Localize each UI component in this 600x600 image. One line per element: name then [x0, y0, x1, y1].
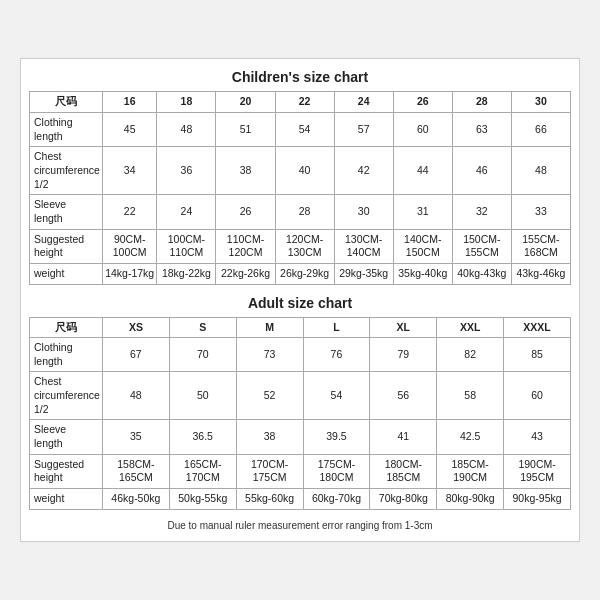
table-cell: 57 — [334, 113, 393, 147]
table-cell: 43 — [504, 420, 571, 454]
table-cell: 76 — [303, 338, 370, 372]
column-header: M — [236, 317, 303, 338]
children-size-table: 尺码1618202224262830 Clothing length454851… — [29, 91, 571, 284]
table-cell: 73 — [236, 338, 303, 372]
table-cell: 41 — [370, 420, 437, 454]
table-cell: 50 — [169, 372, 236, 420]
table-cell: 60 — [504, 372, 571, 420]
row-label: Chest circumference 1/2 — [30, 147, 103, 195]
size-chart-container: Children's size chart 尺码1618202224262830… — [20, 58, 580, 541]
table-cell: 63 — [452, 113, 511, 147]
table-row: weight46kg-50kg50kg-55kg55kg-60kg60kg-70… — [30, 488, 571, 509]
table-cell: 80kg-90kg — [437, 488, 504, 509]
table-cell: 140CM-150CM — [393, 229, 452, 263]
table-cell: 38 — [236, 420, 303, 454]
table-cell: 22 — [102, 195, 156, 229]
table-cell: 55kg-60kg — [236, 488, 303, 509]
table-cell: 79 — [370, 338, 437, 372]
table-cell: 28 — [275, 195, 334, 229]
row-label: Clothing length — [30, 338, 103, 372]
table-cell: 36 — [157, 147, 216, 195]
table-cell: 14kg-17kg — [102, 263, 156, 284]
table-cell: 24 — [157, 195, 216, 229]
table-cell: 46 — [452, 147, 511, 195]
table-cell: 67 — [102, 338, 169, 372]
table-cell: 48 — [157, 113, 216, 147]
column-header: 尺码 — [30, 317, 103, 338]
column-header: 18 — [157, 92, 216, 113]
table-cell: 26 — [216, 195, 275, 229]
table-cell: 48 — [511, 147, 570, 195]
table-row: Clothing length67707376798285 — [30, 338, 571, 372]
table-cell: 40kg-43kg — [452, 263, 511, 284]
column-header: 16 — [102, 92, 156, 113]
table-cell: 33 — [511, 195, 570, 229]
table-cell: 110CM-120CM — [216, 229, 275, 263]
table-cell: 51 — [216, 113, 275, 147]
table-cell: 100CM-110CM — [157, 229, 216, 263]
table-row: Sleeve length3536.53839.54142.543 — [30, 420, 571, 454]
column-header: 尺码 — [30, 92, 103, 113]
column-header: XXXL — [504, 317, 571, 338]
table-cell: 46kg-50kg — [102, 488, 169, 509]
table-cell: 52 — [236, 372, 303, 420]
table-cell: 43kg-46kg — [511, 263, 570, 284]
table-cell: 44 — [393, 147, 452, 195]
row-label: Suggested height — [30, 454, 103, 488]
table-row: weight14kg-17kg18kg-22kg22kg-26kg26kg-29… — [30, 263, 571, 284]
table-cell: 40 — [275, 147, 334, 195]
table-cell: 18kg-22kg — [157, 263, 216, 284]
column-header: 20 — [216, 92, 275, 113]
table-cell: 70kg-80kg — [370, 488, 437, 509]
column-header: 28 — [452, 92, 511, 113]
table-row: Chest circumference 1/248505254565860 — [30, 372, 571, 420]
table-cell: 42.5 — [437, 420, 504, 454]
table-cell: 31 — [393, 195, 452, 229]
table-cell: 90kg-95kg — [504, 488, 571, 509]
table-cell: 26kg-29kg — [275, 263, 334, 284]
table-cell: 35kg-40kg — [393, 263, 452, 284]
row-label: Sleeve length — [30, 420, 103, 454]
table-cell: 170CM-175CM — [236, 454, 303, 488]
children-chart-title: Children's size chart — [29, 69, 571, 85]
table-row: Suggested height90CM-100CM100CM-110CM110… — [30, 229, 571, 263]
adult-chart-title: Adult size chart — [29, 295, 571, 311]
table-cell: 58 — [437, 372, 504, 420]
table-cell: 56 — [370, 372, 437, 420]
table-cell: 175CM-180CM — [303, 454, 370, 488]
column-header: 22 — [275, 92, 334, 113]
table-cell: 22kg-26kg — [216, 263, 275, 284]
table-cell: 54 — [275, 113, 334, 147]
table-cell: 38 — [216, 147, 275, 195]
table-cell: 180CM-185CM — [370, 454, 437, 488]
row-label: Sleeve length — [30, 195, 103, 229]
table-cell: 130CM-140CM — [334, 229, 393, 263]
row-label: Chest circumference 1/2 — [30, 372, 103, 420]
table-cell: 29kg-35kg — [334, 263, 393, 284]
column-header: L — [303, 317, 370, 338]
table-cell: 82 — [437, 338, 504, 372]
table-cell: 190CM-195CM — [504, 454, 571, 488]
table-row: Suggested height158CM-165CM165CM-170CM17… — [30, 454, 571, 488]
table-cell: 36.5 — [169, 420, 236, 454]
table-cell: 32 — [452, 195, 511, 229]
table-cell: 70 — [169, 338, 236, 372]
row-label: Suggested height — [30, 229, 103, 263]
table-cell: 90CM-100CM — [102, 229, 156, 263]
table-cell: 60kg-70kg — [303, 488, 370, 509]
table-cell: 35 — [102, 420, 169, 454]
table-cell: 120CM-130CM — [275, 229, 334, 263]
row-label: weight — [30, 488, 103, 509]
table-row: Sleeve length2224262830313233 — [30, 195, 571, 229]
table-cell: 34 — [102, 147, 156, 195]
table-cell: 155CM-168CM — [511, 229, 570, 263]
table-cell: 66 — [511, 113, 570, 147]
column-header: 24 — [334, 92, 393, 113]
table-cell: 85 — [504, 338, 571, 372]
table-cell: 54 — [303, 372, 370, 420]
table-cell: 50kg-55kg — [169, 488, 236, 509]
table-cell: 48 — [102, 372, 169, 420]
table-cell: 158CM-165CM — [102, 454, 169, 488]
column-header: XXL — [437, 317, 504, 338]
footer-note: Due to manual ruler measurement error ra… — [29, 520, 571, 531]
